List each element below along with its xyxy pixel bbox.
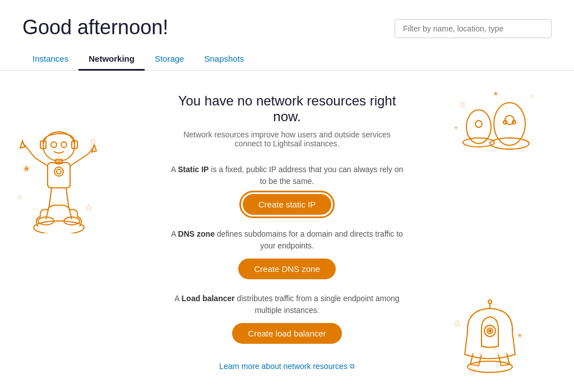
empty-state-panel: You have no network resources right now.… <box>169 93 405 371</box>
create-static-ip-button[interactable]: Create static IP <box>243 194 332 215</box>
svg-text:☆: ☆ <box>467 365 476 376</box>
load-balancer-bold: Load balancer <box>182 294 235 303</box>
svg-point-21 <box>475 121 482 127</box>
svg-point-6 <box>54 167 63 176</box>
static-ip-section: A Static IP is a fixed, public IP addres… <box>169 164 405 215</box>
svg-point-36 <box>488 300 492 303</box>
svg-point-2 <box>61 142 67 147</box>
svg-text:☆: ☆ <box>459 100 466 109</box>
create-load-balancer-button[interactable]: Create load balancer <box>232 323 341 344</box>
create-dns-zone-button[interactable]: Create DNS zone <box>238 259 336 279</box>
tab-storage[interactable]: Storage <box>145 48 195 71</box>
pods-illustration-top: ☆ ★ ☆ ★ <box>451 82 540 160</box>
empty-state-title: You have no network resources right now. <box>169 93 405 124</box>
static-ip-bold: Static IP <box>178 165 209 174</box>
svg-point-15 <box>34 221 84 233</box>
load-balancer-section: A Load balancer distributes traffic from… <box>169 293 405 344</box>
dns-zone-section: A DNS zone defines subdomains for a doma… <box>169 228 405 279</box>
svg-marker-10 <box>20 141 25 148</box>
svg-point-34 <box>489 330 491 332</box>
svg-text:★: ★ <box>22 164 30 173</box>
svg-text:☆: ☆ <box>529 94 534 100</box>
tab-snapshots[interactable]: Snapshots <box>194 48 254 71</box>
empty-state-subtitle: Network resources improve how users and … <box>169 130 405 148</box>
robot-illustration: ★ ☆ ☆ ☆ <box>11 116 107 228</box>
svg-point-1 <box>51 142 57 147</box>
svg-text:☆: ☆ <box>453 319 461 328</box>
filter-input[interactable] <box>395 19 552 38</box>
dns-zone-bold: DNS zone <box>178 229 215 238</box>
svg-text:☆: ☆ <box>17 193 23 201</box>
main-nav: Instances Networking Storage Snapshots <box>0 48 574 71</box>
svg-point-25 <box>490 138 529 149</box>
static-ip-description: A Static IP is a fixed, public IP addres… <box>169 164 405 187</box>
dns-zone-description: A DNS zone defines subdomains for a doma… <box>169 228 405 252</box>
page-header: Good afternoon! <box>0 0 574 48</box>
svg-point-7 <box>57 169 61 174</box>
tab-instances[interactable]: Instances <box>22 48 78 71</box>
svg-text:★: ★ <box>493 90 499 98</box>
pods-illustration-bottom: ☆ ★ ☆ <box>451 298 529 377</box>
svg-text:★: ★ <box>517 331 523 339</box>
learn-more-link[interactable]: Learn more about network resources ⧉ <box>219 362 355 371</box>
learn-more-label: Learn more about network resources <box>219 362 348 371</box>
svg-text:☆: ☆ <box>90 136 97 145</box>
svg-text:★: ★ <box>453 124 459 131</box>
svg-text:☆: ☆ <box>84 202 93 213</box>
tab-networking[interactable]: Networking <box>78 48 145 71</box>
page-greeting: Good afternoon! <box>22 16 168 39</box>
svg-rect-5 <box>48 163 70 188</box>
main-content: ★ ☆ ☆ ☆ ☆ ★ ☆ ★ <box>0 71 574 392</box>
external-link-icon: ⧉ <box>350 362 355 370</box>
load-balancer-description: A Load balancer distributes traffic from… <box>169 293 405 316</box>
svg-marker-12 <box>92 145 96 152</box>
